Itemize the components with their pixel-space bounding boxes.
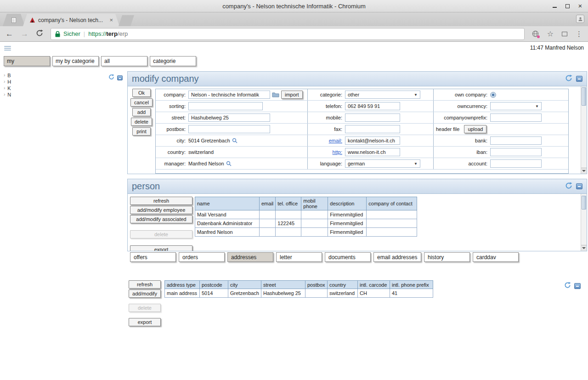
menu-dots-icon[interactable]: ⋮ — [576, 30, 582, 38]
new-tab-button[interactable] — [119, 15, 134, 26]
mobile-input[interactable] — [345, 113, 400, 122]
owncurrency-select[interactable]: ▼ — [490, 102, 542, 110]
tab-close-icon[interactable]: × — [109, 17, 113, 23]
reload-icon[interactable] — [36, 29, 43, 38]
tree-collapse-icon[interactable] — [117, 75, 123, 80]
person-refresh-button[interactable]: refresh — [130, 197, 192, 205]
ok-button[interactable]: Ok — [132, 89, 151, 97]
scrollbar-thumb[interactable] — [582, 87, 586, 106]
close-icon[interactable]: × — [577, 3, 583, 9]
scrollbar-thumb[interactable] — [582, 196, 586, 210]
tab-offers[interactable]: offers — [130, 252, 176, 262]
filter-my-by-categorie-input[interactable] — [52, 56, 99, 66]
tree-refresh-icon[interactable] — [108, 74, 114, 81]
tab-history[interactable]: history — [424, 252, 470, 262]
filter-categorie-input[interactable] — [150, 56, 196, 66]
url-text: https://terp/erp — [88, 30, 128, 37]
hamburger-menu-icon[interactable] — [4, 45, 11, 51]
bookmark-star-icon[interactable]: ☆ — [547, 29, 554, 38]
address-refresh-button[interactable]: refresh — [129, 280, 161, 289]
iban-input[interactable] — [490, 148, 542, 156]
tab-email-addresses[interactable]: email addresses — [373, 252, 421, 262]
tab-favicon-icon — [29, 17, 35, 23]
categorie-select[interactable]: other ▼ — [345, 91, 420, 99]
tree-item-k[interactable]: › K — [4, 85, 127, 91]
scroll-down-icon[interactable] — [581, 245, 587, 251]
person-actions: refresh add/modify employee add/modify a… — [128, 194, 195, 251]
person-export-button[interactable]: export — [130, 245, 192, 251]
upload-button[interactable]: upload — [464, 125, 486, 133]
collapse-icon[interactable] — [576, 76, 582, 82]
chevron-right-icon[interactable]: › — [4, 85, 5, 91]
sorting-input[interactable] — [188, 102, 263, 110]
bank-input[interactable] — [490, 136, 542, 145]
chevron-right-icon[interactable]: › — [4, 79, 5, 85]
http-link[interactable]: http: — [310, 149, 342, 155]
address-add-modify-button[interactable]: add/modify — [129, 289, 161, 298]
refresh-icon[interactable] — [565, 182, 572, 191]
tab-carddav[interactable]: carddav — [473, 252, 519, 262]
manager-label: manager: — [158, 161, 186, 166]
delete-button[interactable]: delete — [131, 118, 152, 126]
address-export-button[interactable]: export — [129, 318, 161, 326]
filter-all-input[interactable] — [101, 56, 147, 66]
categorie-label: categorie: — [310, 92, 342, 97]
companyownprefix-input[interactable] — [490, 113, 542, 122]
maximize-icon[interactable] — [564, 3, 571, 9]
tab-addresses[interactable]: addresses — [227, 252, 273, 262]
fax-input[interactable] — [345, 125, 400, 133]
collapse-icon[interactable] — [576, 183, 582, 189]
minimize-icon[interactable] — [551, 3, 558, 9]
account-label: account: — [436, 161, 487, 166]
address-table: address type postcode city street postbo… — [164, 280, 433, 298]
chevron-right-icon[interactable]: › — [4, 91, 5, 98]
search-icon[interactable] — [232, 138, 237, 143]
address-row[interactable]: main address 5014 Gretzenbach Hashubelwe… — [165, 289, 433, 298]
address-bar[interactable]: Sicher | https://terp/erp — [51, 28, 525, 40]
account-input[interactable] — [490, 159, 542, 168]
tree-item-n[interactable]: › N — [4, 91, 127, 98]
http-input[interactable] — [345, 148, 400, 156]
tab-orders[interactable]: orders — [179, 252, 225, 262]
filter-my-input[interactable] — [4, 56, 50, 66]
person-delete-button[interactable]: delete — [130, 230, 192, 238]
folder-icon[interactable] — [272, 92, 279, 97]
tab-documents[interactable]: documents — [325, 252, 371, 262]
cancel-button[interactable]: cancel — [130, 98, 153, 107]
email-link[interactable]: email: — [310, 138, 342, 143]
postbox-input[interactable] — [188, 125, 270, 133]
search-icon[interactable] — [226, 161, 232, 166]
street-input[interactable] — [188, 113, 270, 122]
person-row[interactable]: Datenbank Administrator 122245 Firmenmit… — [195, 219, 417, 228]
back-icon[interactable]: ← — [6, 30, 13, 38]
import-button[interactable]: import — [281, 91, 303, 99]
company-scrollbar[interactable] — [581, 86, 587, 174]
add-modify-employee-button[interactable]: add/modify employee — [130, 206, 192, 214]
profile-avatar-icon[interactable] — [576, 15, 584, 23]
refresh-icon[interactable] — [565, 74, 572, 83]
extension-icon[interactable] — [532, 30, 539, 37]
language-select[interactable]: german ▼ — [345, 159, 420, 168]
telefon-input[interactable] — [345, 102, 400, 110]
print-button[interactable]: print — [132, 127, 151, 136]
refresh-icon[interactable] — [564, 282, 571, 290]
person-row[interactable]: Mail Versand Firmenmitglied — [195, 210, 417, 219]
scroll-down-icon[interactable] — [581, 168, 587, 174]
content-area: › B › H › K › N modify company — [0, 69, 588, 326]
fullscreen-icon[interactable] — [562, 32, 567, 36]
collapse-icon[interactable] — [574, 283, 581, 289]
company-input[interactable] — [188, 91, 270, 99]
person-row[interactable]: Manfred Nelson Firmenmitglied — [195, 228, 417, 237]
add-modify-associated-button[interactable]: add/modify associated — [130, 215, 192, 223]
tab-letter[interactable]: letter — [276, 252, 322, 262]
person-scrollbar[interactable] — [581, 194, 587, 251]
tab-active[interactable]: company's - Nelson tech... × — [23, 14, 119, 26]
address-delete-button[interactable]: delete — [129, 304, 161, 312]
forward-icon[interactable]: → — [21, 30, 28, 38]
chevron-right-icon[interactable]: › — [4, 72, 5, 79]
email-input[interactable] — [345, 136, 400, 145]
tab-secondary[interactable] — [3, 14, 25, 26]
add-button[interactable]: add — [132, 108, 151, 116]
own-company-radio[interactable] — [490, 92, 496, 98]
browser-toolbar: ← → Sicher | https://terp/erp ☆ ⋮ — [0, 26, 588, 42]
